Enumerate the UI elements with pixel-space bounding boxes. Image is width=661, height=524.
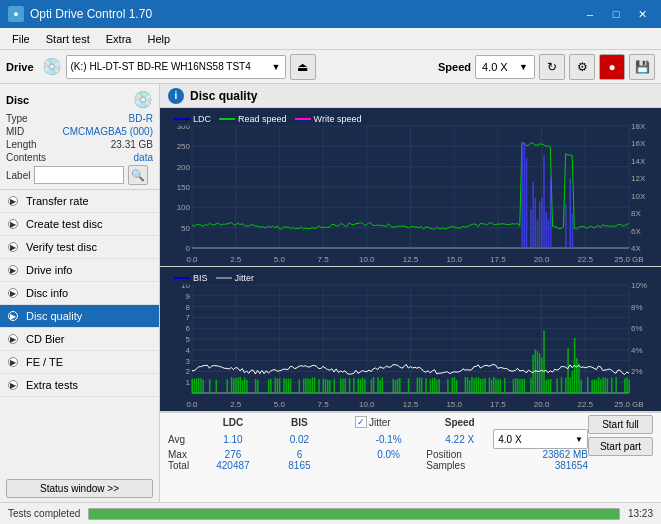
svg-rect-371 xyxy=(602,377,604,393)
svg-text:7.5: 7.5 xyxy=(318,255,330,264)
sidebar-item-create-test-disc[interactable]: ▶ Create test disc xyxy=(0,213,159,236)
settings-button[interactable]: ⚙ xyxy=(569,54,595,80)
svg-rect-325 xyxy=(471,377,473,393)
save-button[interactable]: 💾 xyxy=(629,54,655,80)
ldc-chart-svg: 0501001502002503004X6X8X10X12X14X16X18X0… xyxy=(160,108,661,266)
menu-file[interactable]: File xyxy=(4,28,38,50)
svg-rect-267 xyxy=(257,380,259,393)
menu-help[interactable]: Help xyxy=(139,28,178,50)
nav-list: ▶ Transfer rate ▶ Create test disc ▶ Ver… xyxy=(0,190,159,397)
svg-rect-116 xyxy=(393,247,395,248)
svg-rect-303 xyxy=(382,378,384,394)
speed-dropdown2-val: 4.0 X xyxy=(498,434,521,445)
sidebar-item-disc-quality[interactable]: ▶ Disc quality xyxy=(0,305,159,328)
svg-rect-120 xyxy=(403,247,405,248)
svg-rect-49 xyxy=(198,247,200,248)
svg-rect-283 xyxy=(314,378,316,394)
svg-rect-306 xyxy=(397,379,399,393)
sidebar-item-disc-info[interactable]: ▶ Disc info xyxy=(0,282,159,305)
svg-text:8: 8 xyxy=(186,303,191,312)
start-part-button[interactable]: Start part xyxy=(588,437,653,456)
svg-rect-251 xyxy=(196,379,198,394)
svg-rect-268 xyxy=(268,380,270,394)
svg-rect-278 xyxy=(303,379,305,393)
svg-rect-344 xyxy=(524,379,526,393)
nav-label-disc-quality: Disc quality xyxy=(26,310,82,322)
speed-dropdown[interactable]: 4.0 X ▼ xyxy=(475,55,535,79)
svg-rect-106 xyxy=(360,247,362,248)
sidebar-item-drive-info[interactable]: ▶ Drive info xyxy=(0,259,159,282)
svg-rect-260 xyxy=(235,378,237,393)
svg-text:0: 0 xyxy=(186,244,191,253)
samples-val: 381654 xyxy=(493,460,588,471)
svg-text:250: 250 xyxy=(177,142,191,151)
svg-rect-186 xyxy=(596,247,598,248)
svg-rect-103 xyxy=(353,247,355,248)
maximize-button[interactable]: □ xyxy=(605,5,627,23)
svg-text:10.0: 10.0 xyxy=(359,255,375,264)
status-time: 13:23 xyxy=(628,508,653,519)
svg-text:14X: 14X xyxy=(631,157,646,166)
speed-dropdown2[interactable]: 4.0 X ▼ xyxy=(493,429,588,449)
nav-arrow-transfer-rate: ▶ xyxy=(8,196,18,206)
mid-value: CMCMAGBA5 (000) xyxy=(62,126,153,137)
svg-text:4%: 4% xyxy=(631,346,643,355)
svg-rect-265 xyxy=(246,380,248,393)
drive-dropdown[interactable]: (K:) HL-DT-ST BD-RE WH16NS58 TST4 ▼ xyxy=(66,55,286,79)
sidebar-item-verify-test-disc[interactable]: ▶ Verify test disc xyxy=(0,236,159,259)
svg-rect-144 xyxy=(478,247,480,248)
svg-rect-196 xyxy=(624,247,626,248)
svg-rect-118 xyxy=(397,247,399,248)
max-label: Max xyxy=(168,449,198,460)
svg-rect-88 xyxy=(309,247,311,248)
svg-rect-115 xyxy=(390,247,392,248)
refresh-button[interactable]: ↻ xyxy=(539,54,565,80)
close-button[interactable]: ✕ xyxy=(631,5,653,23)
svg-rect-262 xyxy=(240,377,242,393)
svg-rect-184 xyxy=(589,247,591,248)
svg-text:200: 200 xyxy=(177,163,191,172)
svg-rect-353 xyxy=(548,379,550,393)
jitter-checkbox-cell[interactable]: ✓ Jitter xyxy=(351,415,426,429)
svg-rect-156 xyxy=(519,247,521,248)
sidebar-item-transfer-rate[interactable]: ▶ Transfer rate xyxy=(0,190,159,213)
sidebar-item-cd-bier[interactable]: ▶ CD Bier xyxy=(0,328,159,351)
svg-rect-58 xyxy=(218,247,220,248)
svg-rect-364 xyxy=(580,380,582,393)
svg-rect-362 xyxy=(576,358,578,393)
svg-rect-189 xyxy=(602,247,604,248)
svg-rect-154 xyxy=(515,247,517,248)
menu-extra[interactable]: Extra xyxy=(98,28,140,50)
progress-bar xyxy=(88,508,620,520)
eject-button[interactable]: ⏏ xyxy=(290,54,316,80)
info-icon: i xyxy=(168,88,184,104)
svg-text:50: 50 xyxy=(181,224,190,233)
start-full-button[interactable]: Start full xyxy=(588,415,653,434)
svg-text:20.0: 20.0 xyxy=(534,255,550,264)
svg-rect-311 xyxy=(421,378,423,393)
minimize-button[interactable]: – xyxy=(579,5,601,23)
stats-header-speed: Speed xyxy=(426,415,493,429)
burn-button[interactable]: ● xyxy=(599,54,625,80)
status-window-button[interactable]: Status window >> xyxy=(6,479,153,498)
label-browse-button[interactable]: 🔍 xyxy=(128,165,148,185)
svg-rect-342 xyxy=(519,379,521,393)
status-bar: Tests completed 13:23 xyxy=(0,502,661,524)
svg-text:8%: 8% xyxy=(631,303,643,312)
label-input[interactable] xyxy=(34,166,124,184)
svg-rect-163 xyxy=(535,198,537,248)
jitter-checkbox[interactable]: ✓ xyxy=(355,416,367,428)
svg-rect-370 xyxy=(600,379,602,393)
svg-rect-53 xyxy=(207,247,209,248)
svg-rect-291 xyxy=(342,379,344,393)
svg-rect-194 xyxy=(620,247,622,248)
svg-rect-180 xyxy=(574,247,576,248)
svg-rect-326 xyxy=(473,378,475,393)
menu-start-test[interactable]: Start test xyxy=(38,28,98,50)
svg-rect-123 xyxy=(412,247,414,248)
svg-rect-279 xyxy=(305,378,307,393)
sidebar-item-extra-tests[interactable]: ▶ Extra tests xyxy=(0,374,159,397)
sidebar-item-fe-te[interactable]: ▶ FE / TE xyxy=(0,351,159,374)
svg-text:12.5: 12.5 xyxy=(403,400,419,409)
svg-rect-313 xyxy=(430,379,432,393)
